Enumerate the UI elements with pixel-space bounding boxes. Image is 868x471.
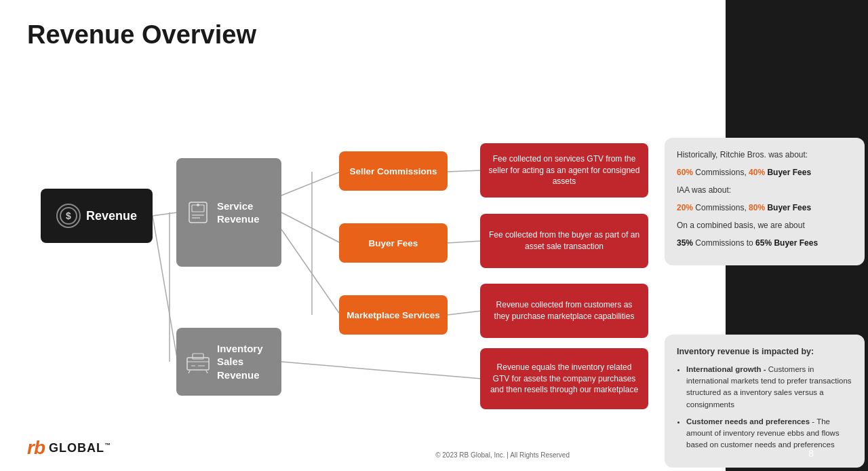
inventory-callout-box: Inventory revenue is impacted by: Intern…: [665, 335, 865, 468]
main-content: Revenue Overview: [0, 0, 726, 471]
marketplace-description: Revenue collected from customers as they…: [488, 299, 640, 322]
pct-40: 40%: [749, 168, 765, 177]
svg-line-9: [448, 311, 481, 315]
bullet1-bold: International growth -: [686, 365, 766, 373]
inventory-revenue-box: InventorySalesRevenue: [176, 328, 281, 396]
inventory-desc-box: Revenue equals the inventory related GTV…: [480, 348, 648, 409]
inventory-callout-item-2: Customer needs and preferences - The amo…: [686, 416, 852, 451]
pct-65: 65%: [755, 238, 772, 248]
commissions-label-3: Commissions to: [693, 238, 755, 248]
inventory-revenue-icon: [184, 348, 212, 375]
svg-line-10: [281, 362, 481, 379]
svg-point-17: [197, 204, 199, 206]
inventory-callout-list: International growth - Customers in inte…: [677, 364, 852, 451]
buyer-description: Fee collected from the buyer as part of …: [488, 229, 640, 252]
seller-desc-box: Fee collected on services GTV from the s…: [480, 143, 648, 197]
marketplace-desc-box: Revenue collected from customers as they…: [480, 284, 648, 338]
service-revenue-box: ServiceRevenue: [176, 158, 281, 267]
buyer-fees-label-3: Buyer Fees: [772, 238, 818, 248]
service-revenue-icon: [184, 199, 212, 226]
service-callout-line2-values: 20% Commissions, 80% Buyer Fees: [677, 202, 852, 214]
buyer-fees-label-2: Buyer Fees: [765, 203, 811, 212]
service-callout-line3-text: On a combined basis, we are about: [677, 219, 852, 231]
pct-35: 35%: [677, 238, 693, 248]
svg-line-7: [448, 170, 481, 172]
svg-line-8: [448, 241, 481, 243]
buyer-desc-box: Fee collected from the buyer as part of …: [480, 214, 648, 268]
logo-global: GLOBAL™: [49, 441, 111, 455]
service-revenue-label: ServiceRevenue: [217, 200, 260, 226]
svg-rect-19: [193, 354, 203, 359]
logo-rb: rb: [27, 437, 45, 459]
inventory-callout-item-1: International growth - Customers in inte…: [686, 364, 852, 411]
svg-line-1: [153, 216, 178, 362]
pct-20: 20%: [677, 203, 693, 212]
inventory-callout-title: Inventory revenue is impacted by:: [677, 345, 852, 358]
buyer-fees-label: Buyer Fees: [369, 238, 418, 248]
pct-80: 80%: [749, 203, 765, 212]
logo-rb-b: b: [34, 437, 45, 458]
service-callout-box: Historically, Ritchie Bros. was about: 6…: [665, 138, 865, 265]
pct-60: 60%: [677, 168, 693, 177]
buyer-fees-label-1: Buyer Fees: [765, 168, 811, 177]
service-callout-line3-values: 35% Commissions to 65% Buyer Fees: [677, 237, 852, 249]
service-callout-line1-values: 60% Commissions, 40% Buyer Fees: [677, 166, 852, 178]
service-callout-line2-text: IAA was about:: [677, 184, 852, 196]
revenue-label: Revenue: [86, 209, 137, 223]
logo-rb-r: r: [27, 437, 34, 458]
buyer-fees-box: Buyer Fees: [339, 223, 448, 263]
service-callout-line1-text: Historically, Ritchie Bros. was about:: [677, 149, 852, 161]
commissions-label-1: Commissions,: [693, 168, 749, 177]
bullet2-bold: Customer needs and preferences: [686, 417, 810, 426]
footer-text: © 2023 RB Global, Inc. | All Rights Rese…: [435, 451, 570, 459]
page-number: 8: [808, 448, 814, 459]
svg-line-4: [281, 212, 340, 243]
svg-line-5: [281, 229, 340, 315]
inventory-description: Revenue equals the inventory related GTV…: [488, 362, 640, 396]
commissions-label-2: Commissions,: [693, 203, 749, 212]
logo-tm: ™: [104, 442, 111, 449]
seller-description: Fee collected on services GTV from the s…: [488, 153, 640, 187]
diagram: $ Revenue ServiceRevenue: [27, 63, 712, 443]
svg-text:$: $: [66, 210, 71, 221]
revenue-icon: $: [56, 204, 81, 228]
svg-rect-18: [187, 358, 209, 370]
marketplace-services-label: Marketplace Services: [347, 310, 439, 320]
page-title: Revenue Overview: [27, 20, 712, 50]
svg-line-0: [153, 212, 178, 216]
seller-commissions-label: Seller Commissions: [349, 166, 437, 176]
revenue-box: $ Revenue: [41, 189, 153, 243]
marketplace-services-box: Marketplace Services: [339, 295, 448, 335]
inventory-revenue-label: InventorySalesRevenue: [217, 342, 263, 382]
svg-line-3: [281, 172, 340, 195]
logo-area: rb GLOBAL™: [27, 437, 111, 459]
seller-commissions-box: Seller Commissions: [339, 151, 448, 191]
